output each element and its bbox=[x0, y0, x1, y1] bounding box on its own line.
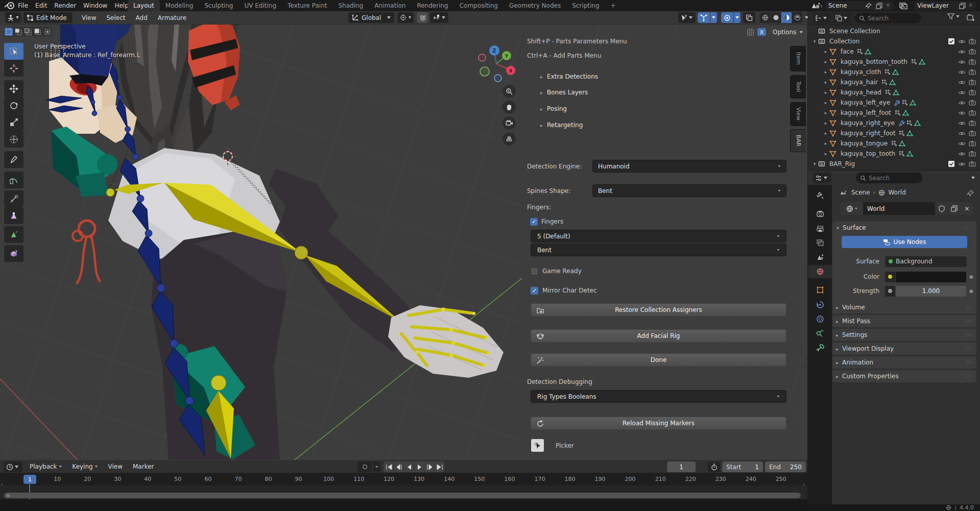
autokey-toggle[interactable] bbox=[357, 461, 372, 472]
strength-socket[interactable] bbox=[885, 286, 895, 297]
properties-section-animation[interactable]: ▸Animation∷∷ bbox=[832, 356, 976, 369]
disclosure-arrow[interactable]: ▸ bbox=[822, 100, 829, 105]
tool-cursor[interactable] bbox=[4, 60, 23, 77]
world-name-field[interactable]: World bbox=[863, 202, 935, 215]
tool-annotate[interactable] bbox=[4, 151, 23, 168]
properties-tab-constraints[interactable] bbox=[808, 327, 832, 340]
color-swatch[interactable] bbox=[896, 272, 966, 282]
ortho-toggle-button[interactable] bbox=[503, 132, 516, 145]
overlays-dropdown[interactable] bbox=[734, 12, 740, 23]
fake-user-button[interactable] bbox=[935, 202, 948, 215]
properties-tab-data[interactable] bbox=[808, 342, 832, 355]
copy-icon[interactable] bbox=[876, 3, 882, 9]
hide-viewport-icon[interactable] bbox=[958, 150, 966, 158]
color-keyframe-dot[interactable]: ● bbox=[969, 274, 973, 279]
outliner-row-kaguya_hair[interactable]: ▸kaguya_hair bbox=[808, 77, 980, 87]
properties-tab-output[interactable] bbox=[808, 223, 832, 236]
disclosure-arrow[interactable]: ▸ bbox=[822, 151, 829, 156]
tool-scale[interactable] bbox=[4, 114, 23, 131]
tool-extrude-cube[interactable] bbox=[4, 245, 23, 262]
hide-viewport-icon[interactable] bbox=[958, 38, 966, 45]
hide-viewport-icon[interactable] bbox=[958, 99, 966, 107]
disclosure-arrow[interactable]: ▸ bbox=[822, 59, 829, 64]
spines-shape-dropdown[interactable]: Bent bbox=[592, 184, 786, 197]
timeline-menu-view[interactable]: View bbox=[103, 460, 128, 473]
disable-render-icon[interactable] bbox=[969, 68, 976, 76]
timeline-scrollbar[interactable] bbox=[4, 493, 801, 498]
properties-tab-object[interactable] bbox=[808, 283, 832, 297]
npanel-section-extra-detections[interactable]: ▸Extra Detections bbox=[540, 73, 598, 80]
zoom-button[interactable] bbox=[503, 85, 516, 98]
disable-render-icon[interactable] bbox=[969, 38, 976, 45]
new-collection-icon[interactable] bbox=[967, 14, 975, 22]
collection-checkbox[interactable] bbox=[948, 160, 955, 167]
timeline-menu-keying[interactable]: Keying bbox=[67, 460, 103, 473]
disclosure-arrow[interactable]: ▾ bbox=[811, 39, 818, 44]
surface-grip[interactable]: ∷∷ bbox=[962, 226, 968, 230]
close-icon[interactable]: ✕ bbox=[886, 2, 890, 9]
timeline-menu-marker[interactable]: Marker bbox=[128, 460, 159, 473]
scene-icon[interactable] bbox=[810, 2, 823, 9]
game-ready-checkbox[interactable] bbox=[531, 267, 538, 275]
properties-editor-type[interactable] bbox=[813, 173, 831, 183]
properties-tab-modifiers[interactable] bbox=[808, 298, 832, 311]
fingers-count-dropdown[interactable]: 5 (Default) bbox=[531, 230, 786, 242]
select-mode-new[interactable] bbox=[4, 27, 13, 36]
disable-render-icon[interactable] bbox=[969, 160, 976, 167]
rig-types-dropdown[interactable]: Rig Types Booleans bbox=[531, 390, 786, 403]
snap-target-dropdown[interactable] bbox=[430, 12, 448, 23]
disclosure-arrow[interactable]: ▸ bbox=[822, 49, 829, 54]
autokey-dropdown[interactable] bbox=[373, 461, 380, 472]
hide-viewport-icon[interactable] bbox=[958, 89, 966, 96]
timeline-editor-type[interactable] bbox=[4, 461, 22, 472]
restore-collection-button[interactable]: Restore Collection Assigners bbox=[531, 303, 786, 317]
disable-render-icon[interactable] bbox=[969, 140, 976, 147]
close-icon[interactable]: ✕ bbox=[968, 2, 973, 9]
outliner-row-kaguya_right_eye[interactable]: ▸kaguya_right_eye bbox=[808, 118, 980, 128]
shading-rendered-button[interactable] bbox=[792, 12, 802, 23]
outliner-row-kaguya_top_tooth[interactable]: ▸kaguya_top_tooth bbox=[808, 149, 980, 159]
npanel-section-bones-layers[interactable]: ▸Bones Layers bbox=[540, 89, 588, 96]
properties-search[interactable]: Search bbox=[856, 173, 922, 183]
hide-viewport-icon[interactable] bbox=[958, 58, 966, 66]
tool-transform[interactable] bbox=[4, 131, 23, 148]
timeline-collapse-right[interactable]: ‹ bbox=[803, 481, 805, 487]
tab-layout[interactable]: Layout bbox=[128, 0, 160, 11]
overlays-toggle[interactable] bbox=[721, 12, 733, 23]
tab-shading[interactable]: Shading bbox=[332, 0, 369, 11]
nav-gizmo[interactable]: Z Y X bbox=[475, 43, 518, 86]
tool-tweak[interactable] bbox=[4, 43, 23, 60]
timeline-menu-playback[interactable]: Playback bbox=[25, 460, 67, 473]
hide-viewport-icon[interactable] bbox=[958, 68, 966, 76]
outliner-row-kaguya_left_eye[interactable]: ▸kaguya_left_eye bbox=[808, 98, 980, 108]
reload-markers-button[interactable]: Reload Missing Markers bbox=[531, 417, 786, 430]
gizmo-dropdown[interactable] bbox=[710, 12, 717, 23]
hide-viewport-icon[interactable] bbox=[958, 140, 966, 148]
surface-value-field[interactable]: Background bbox=[885, 256, 967, 267]
tab-compositing[interactable]: Compositing bbox=[454, 0, 504, 11]
menu-edit[interactable]: Edit bbox=[32, 0, 51, 11]
viewport-menu-select[interactable]: Select bbox=[101, 11, 130, 25]
add-facial-rig-button[interactable]: Add Facial Rig bbox=[531, 329, 786, 343]
disable-render-icon[interactable] bbox=[969, 130, 976, 137]
hide-viewport-icon[interactable] bbox=[958, 48, 966, 56]
outliner-row-scene-collection[interactable]: Scene Collection bbox=[808, 26, 980, 36]
npanel-tab-bar[interactable]: BAR bbox=[790, 129, 806, 152]
filter-icon[interactable] bbox=[947, 13, 954, 20]
disclosure-arrow[interactable]: ▸ bbox=[822, 69, 829, 75]
disclosure-arrow[interactable]: ▸ bbox=[822, 131, 829, 136]
use-preview-range-toggle[interactable] bbox=[708, 461, 720, 472]
disclosure-arrow[interactable]: ▸ bbox=[822, 120, 829, 126]
disclosure-arrow[interactable]: ▸ bbox=[822, 141, 829, 146]
outliner-row-kaguya_bottom_tooth[interactable]: ▸kaguya_bottom_tooth bbox=[808, 57, 980, 67]
transport-jump-start[interactable] bbox=[384, 461, 393, 472]
start-frame-field[interactable]: Start 1 bbox=[722, 461, 763, 472]
npanel-tab-view[interactable]: View bbox=[790, 102, 806, 126]
hide-viewport-icon[interactable] bbox=[958, 79, 966, 86]
strength-keyframe-dot[interactable]: ● bbox=[969, 288, 973, 294]
disable-render-icon[interactable] bbox=[969, 58, 976, 65]
outliner-row-kaguya_head[interactable]: ▸kaguya_head bbox=[808, 87, 980, 98]
mode-icon-button[interactable] bbox=[5, 12, 21, 23]
orientation-dropdown[interactable]: Global bbox=[348, 12, 394, 23]
breadcrumb-scene[interactable]: Scene bbox=[851, 189, 870, 196]
